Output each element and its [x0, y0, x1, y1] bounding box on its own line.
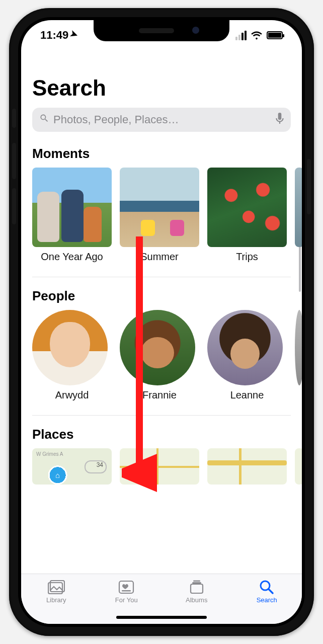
tab-label: Library	[46, 596, 66, 604]
person-avatar	[207, 310, 283, 385]
svg-rect-5	[191, 584, 203, 593]
volume-down-button[interactable]	[12, 188, 16, 224]
section-places: Places W Grimes A ⌂	[32, 415, 291, 485]
section-heading-moments: Moments	[32, 146, 291, 162]
place-map-thumbnail	[207, 448, 287, 485]
volume-up-button[interactable]	[12, 143, 16, 179]
page-title: Search	[32, 75, 291, 101]
phone-shell: 11:49 ➤ Search	[18, 17, 305, 627]
svg-rect-6	[192, 582, 201, 584]
moment-thumbnail	[120, 168, 199, 247]
wifi-icon	[251, 31, 263, 40]
moment-card[interactable]: Summer	[120, 168, 199, 263]
moment-label: One Year Ago	[32, 251, 112, 263]
person-card[interactable]: Leanne	[207, 310, 287, 401]
moment-thumbnail	[207, 168, 287, 247]
person-label: Arwydd	[32, 389, 112, 401]
mute-switch[interactable]	[12, 109, 16, 128]
section-moments: Moments One Year Ago Summer Trips	[32, 146, 291, 263]
cellular-signal-icon	[235, 31, 247, 40]
status-time: 11:49	[40, 29, 68, 42]
heart-card-icon	[118, 580, 135, 594]
home-indicator[interactable]	[116, 616, 207, 619]
tab-for-you[interactable]: For You	[99, 580, 154, 604]
section-heading-places: Places	[32, 427, 291, 442]
place-map-thumbnail	[295, 448, 302, 485]
moment-card[interactable]: Trips	[207, 168, 287, 263]
tab-search[interactable]: Search	[239, 580, 294, 604]
tab-label: Albums	[186, 596, 207, 604]
section-people: People Arwydd Frannie Leanne	[32, 277, 291, 401]
place-card[interactable]: W Grimes A ⌂	[32, 448, 112, 485]
moment-card[interactable]	[295, 168, 302, 263]
person-label: Leanne	[207, 389, 287, 401]
moment-label: Summer	[120, 251, 199, 263]
person-avatar	[295, 310, 302, 385]
map-street-label: W Grimes A	[36, 451, 63, 457]
person-avatar	[32, 310, 108, 385]
place-card[interactable]	[295, 448, 302, 485]
moment-card[interactable]: One Year Ago	[32, 168, 112, 263]
album-stack-icon	[188, 580, 205, 594]
places-row[interactable]: W Grimes A ⌂	[32, 448, 302, 485]
moment-label: Trips	[207, 251, 287, 263]
tab-label: For You	[115, 596, 138, 604]
place-map-thumbnail: W Grimes A ⌂	[32, 448, 112, 485]
battery-icon	[267, 31, 283, 39]
svg-rect-7	[193, 581, 200, 582]
tab-library[interactable]: Library	[29, 580, 84, 604]
tab-albums[interactable]: Albums	[169, 580, 224, 604]
svg-line-9	[269, 589, 273, 593]
svg-rect-4	[122, 590, 131, 591]
moment-thumbnail	[32, 168, 112, 247]
moment-thumbnail	[295, 168, 302, 247]
magnifier-icon	[258, 580, 275, 594]
person-card[interactable]: Frannie	[120, 310, 199, 401]
place-card[interactable]	[120, 448, 199, 485]
section-heading-people: People	[32, 288, 291, 304]
power-button[interactable]	[307, 159, 311, 214]
people-row[interactable]: Arwydd Frannie Leanne	[32, 310, 302, 401]
phone-frame: 11:49 ➤ Search	[9, 8, 314, 636]
person-card[interactable]	[295, 310, 302, 401]
search-bar[interactable]	[32, 108, 291, 132]
screen: 11:49 ➤ Search	[21, 20, 302, 624]
home-pin-icon: ⌂	[55, 471, 60, 479]
person-card[interactable]: Arwydd	[32, 310, 112, 401]
person-label: Frannie	[120, 389, 199, 401]
content-scroll[interactable]: Search Moments One	[21, 50, 302, 574]
search-input[interactable]	[53, 113, 272, 126]
search-icon	[39, 113, 49, 126]
tab-label: Search	[257, 596, 277, 604]
person-avatar	[120, 310, 195, 385]
location-icon: ➤	[69, 28, 80, 41]
notch	[94, 20, 229, 41]
microphone-icon[interactable]	[276, 113, 284, 127]
place-card[interactable]	[207, 448, 287, 485]
photo-stack-icon	[48, 580, 65, 594]
place-map-thumbnail	[120, 448, 199, 485]
moments-row[interactable]: One Year Ago Summer Trips	[32, 168, 302, 263]
